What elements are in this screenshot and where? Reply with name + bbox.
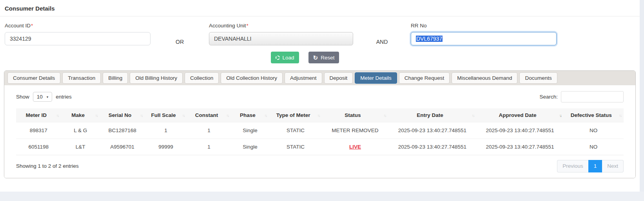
cell-serial-no: BC1287168 bbox=[100, 122, 145, 139]
meter-details-panel-body: Show 10 ▾ entries Search: bbox=[4, 85, 635, 178]
details-panel: Consumer Details Transaction Billing Old… bbox=[4, 70, 636, 178]
rr-no-input[interactable]: DVL67937 bbox=[411, 32, 557, 45]
spinner-icon bbox=[276, 56, 280, 60]
table-row: 6051198 L&T A9596701 99999 1 Single STAT… bbox=[16, 139, 624, 155]
column-header-label: Constant bbox=[195, 112, 218, 118]
cell-make: L & G bbox=[61, 122, 100, 139]
required-asterisk: * bbox=[31, 23, 33, 29]
account-id-label: Account ID* bbox=[5, 23, 151, 29]
cell-full-scale: 99999 bbox=[145, 139, 187, 155]
page-length-control: Show 10 ▾ entries bbox=[16, 92, 72, 102]
tab-billing[interactable]: Billing bbox=[103, 72, 128, 84]
tab-meter-details[interactable]: Meter Details bbox=[355, 72, 397, 84]
reset-button-label: Reset bbox=[321, 55, 334, 61]
sort-icon: ↑↓ bbox=[619, 113, 621, 117]
page-title: Consumer Details bbox=[5, 5, 55, 12]
column-header-meter-id[interactable]: Meter ID↑↓ bbox=[16, 108, 61, 122]
column-header-serial-no[interactable]: Serial No↑↓ bbox=[100, 108, 145, 122]
column-header-constant[interactable]: Constant↑↓ bbox=[187, 108, 231, 122]
sort-icon: ↑↓ bbox=[95, 113, 98, 117]
page-length-select[interactable]: 10 ▾ bbox=[33, 92, 53, 102]
tab-old-collection-history[interactable]: Old Collection History bbox=[221, 72, 283, 84]
search-label: Search: bbox=[539, 94, 558, 100]
search-form: Account ID* 3324129 OR Accounting Unit* … bbox=[0, 16, 640, 45]
sort-icon: ↑↓ bbox=[265, 113, 267, 117]
page-bottom-strip bbox=[0, 192, 644, 201]
table-row: 898317 L & G BC1287168 1 1 Single STATIC… bbox=[16, 122, 624, 139]
column-header-label: Entry Date bbox=[417, 112, 443, 118]
column-header-entry-date[interactable]: Entry Date↑↓ bbox=[388, 108, 476, 122]
load-button[interactable]: Load bbox=[271, 52, 299, 63]
sort-icon: ↑↓ bbox=[182, 113, 185, 117]
page-length-value: 10 bbox=[37, 94, 43, 100]
tab-adjustment[interactable]: Adjustment bbox=[285, 72, 322, 84]
show-label: Show bbox=[16, 94, 29, 100]
tab-documents[interactable]: Documents bbox=[519, 72, 557, 84]
accounting-unit-label: Accounting Unit* bbox=[209, 23, 353, 29]
sort-icon: ↑↓ bbox=[317, 113, 320, 117]
cell-meter-id: 6051198 bbox=[16, 139, 61, 155]
tab-collection[interactable]: Collection bbox=[185, 72, 219, 84]
reset-button[interactable]: ↻ Reset bbox=[308, 52, 339, 63]
sort-icon-sorted-desc: ↑↓ bbox=[559, 113, 561, 117]
account-id-label-text: Account ID bbox=[5, 23, 31, 29]
rr-no-selected-value: DVL67937 bbox=[416, 36, 443, 42]
account-id-field-group: Account ID* 3324129 bbox=[5, 23, 151, 45]
column-header-label: Meter ID bbox=[26, 112, 47, 118]
search-input[interactable] bbox=[561, 91, 624, 102]
cell-defective-status: NO bbox=[563, 122, 624, 139]
table-header-row: Meter ID↑↓ Make↑↓ Serial No↑↓ Full Scale… bbox=[16, 108, 624, 122]
tab-bar: Consumer Details Transaction Billing Old… bbox=[4, 71, 635, 85]
rr-no-field-group: RR No DVL67937 bbox=[411, 23, 557, 45]
cell-approved-date: 2025-09-23 13:40:27.748551 bbox=[476, 139, 563, 155]
column-header-status[interactable]: Status↑↓ bbox=[322, 108, 388, 122]
accounting-unit-field-group: Accounting Unit* DEVANAHALLI bbox=[209, 23, 353, 45]
page-header: Consumer Details bbox=[0, 0, 640, 16]
tab-deposit[interactable]: Deposit bbox=[324, 72, 353, 84]
refresh-icon: ↻ bbox=[313, 55, 318, 61]
tab-old-billing-history[interactable]: Old Billing History bbox=[130, 72, 183, 84]
previous-page-button[interactable]: Previous bbox=[557, 160, 588, 172]
accounting-unit-label-text: Accounting Unit bbox=[209, 23, 246, 29]
accounting-unit-input[interactable]: DEVANAHALLI bbox=[209, 32, 353, 45]
status-live-link[interactable]: LIVE bbox=[349, 144, 361, 150]
cell-defective-status: NO bbox=[563, 139, 624, 155]
cell-approved-date: 2025-09-23 13:40:27.748551 bbox=[476, 122, 563, 139]
column-header-label: Approved Date bbox=[499, 112, 536, 118]
column-header-make[interactable]: Make↑↓ bbox=[61, 108, 100, 122]
tab-transaction[interactable]: Transaction bbox=[62, 72, 101, 84]
next-page-button[interactable]: Next bbox=[602, 160, 624, 172]
cell-type-of-meter: STATIC bbox=[269, 122, 322, 139]
column-header-label: Defective Status bbox=[571, 112, 612, 118]
tab-miscellaneous-demand[interactable]: Miscellaneous Demand bbox=[452, 72, 517, 84]
page-1-button[interactable]: 1 bbox=[588, 160, 602, 172]
column-header-label: Make bbox=[71, 112, 85, 118]
load-button-label: Load bbox=[283, 55, 294, 61]
column-header-label: Phase bbox=[240, 112, 256, 118]
main-content: Consumer Details Account ID* 3324129 OR … bbox=[0, 0, 640, 192]
cell-full-scale: 1 bbox=[145, 122, 187, 139]
column-header-phase[interactable]: Phase↑↓ bbox=[231, 108, 269, 122]
tab-change-request[interactable]: Change Request bbox=[399, 72, 450, 84]
column-header-label: Status bbox=[345, 112, 361, 118]
column-header-full-scale[interactable]: Full Scale↑↓ bbox=[145, 108, 187, 122]
account-id-value: 3324129 bbox=[10, 36, 31, 42]
column-header-label: Type of Meter bbox=[276, 112, 310, 118]
rr-no-label: RR No bbox=[411, 23, 557, 29]
sort-icon: ↑↓ bbox=[140, 113, 142, 117]
account-id-input[interactable]: 3324129 bbox=[5, 32, 151, 45]
column-header-defective-status[interactable]: Defective Status↑↓ bbox=[563, 108, 624, 122]
sort-icon: ↑↓ bbox=[383, 113, 386, 117]
form-actions: Load ↻ Reset bbox=[0, 52, 625, 63]
cell-make: L&T bbox=[61, 139, 100, 155]
cell-phase: Single bbox=[231, 139, 269, 155]
and-label: AND bbox=[353, 39, 411, 45]
table-footer: Showing 1 to 2 of 2 entries Previous 1 N… bbox=[16, 155, 624, 178]
required-asterisk: * bbox=[247, 23, 249, 29]
tab-consumer-details[interactable]: Consumer Details bbox=[7, 72, 60, 84]
accounting-unit-value: DEVANAHALLI bbox=[214, 36, 251, 42]
cell-phase: Single bbox=[231, 122, 269, 139]
cell-status: METER REMOVED bbox=[322, 122, 388, 139]
column-header-approved-date[interactable]: Approved Date↑↓ bbox=[476, 108, 563, 122]
column-header-type-of-meter[interactable]: Type of Meter↑↓ bbox=[269, 108, 322, 122]
